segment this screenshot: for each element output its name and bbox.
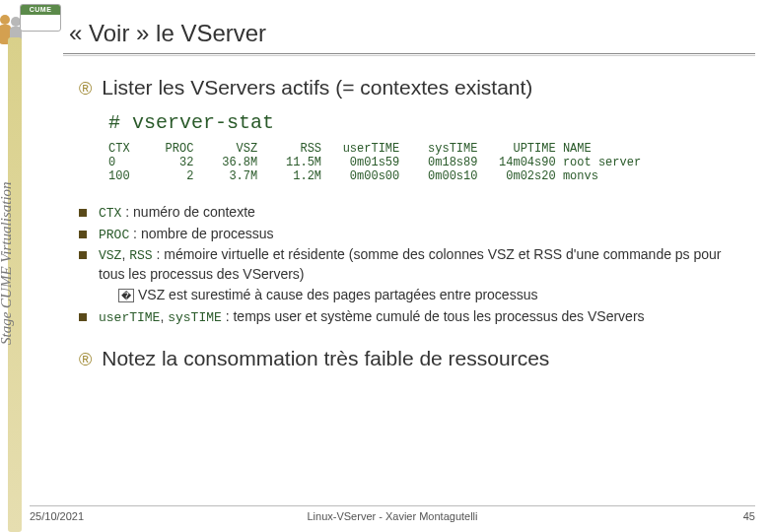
def-proc-code: PROC — [99, 228, 129, 242]
def-times-text: : temps user et système cumulé de tous l… — [222, 308, 645, 324]
def-ctx: CTX : numéro de contexte — [79, 203, 749, 223]
def-rss-code: RSS — [129, 248, 152, 263]
square-bullet-icon — [79, 231, 87, 238]
arrow-icon: ® — [79, 350, 92, 370]
logo: CUME — [20, 4, 61, 32]
square-bullet-icon — [79, 313, 87, 321]
square-bullet-icon — [79, 209, 87, 217]
def-vsz-rss-text: : mémoire virtuelle et résidente (somme … — [99, 246, 722, 282]
def-proc-text: : nombre de processus — [129, 226, 273, 241]
def-proc: PROC : nombre de processus — [79, 225, 749, 244]
def-usertime-code: userTIME — [99, 310, 160, 325]
def-vsz-code: VSZ — [99, 248, 121, 263]
def-ctx-code: CTX — [99, 206, 121, 221]
footer: 25/10/2021 Linux-VServer - Xavier Montag… — [30, 505, 755, 522]
title-divider — [63, 53, 755, 56]
arrow-icon: ® — [79, 79, 92, 100]
slide-title: « Voir » le VServer — [69, 20, 769, 51]
def-vsz-rss: VSZ, RSS : mémoire virtuelle et résident… — [79, 245, 749, 305]
svg-point-0 — [0, 15, 10, 25]
sidebar-caption: Stage CUME Virtualisation — [0, 181, 15, 345]
logo-text: CUME — [21, 5, 60, 15]
footer-page-number: 45 — [743, 510, 755, 522]
footer-date: 25/10/2021 — [30, 510, 84, 522]
command-output-table: CTX PROC VSZ RSS userTIME sysTIME UPTIME… — [108, 142, 749, 183]
def-ctx-text: : numéro de contexte — [121, 204, 254, 220]
definitions-list: CTX : numéro de contexte PROC : nombre d… — [79, 203, 749, 327]
command-line: # vserver-stat — [108, 111, 749, 134]
bullet-2: ® Notez la consommation très faible de r… — [79, 347, 769, 370]
bullet-1: ® Lister les VServers actifs (= contexte… — [79, 76, 749, 100]
bullet-2-text: Notez la consommation très faible de res… — [102, 347, 549, 370]
slide-content: « Voir » le VServer ® Lister les VServer… — [30, 0, 769, 370]
def-times: userTIME, sysTIME : temps user et systèm… — [79, 307, 749, 327]
square-bullet-icon — [79, 251, 87, 259]
sub-arrow-icon: � — [118, 289, 134, 302]
def-systime-code: sysTIME — [168, 310, 222, 325]
def-vsz-sub-text: VSZ est surestimé à cause des pages part… — [138, 287, 537, 302]
bullet-1-text: Lister les VServers actifs (= contextes … — [102, 76, 532, 100]
footer-center: Linux-VServer - Xavier Montagutelli — [307, 510, 477, 522]
def-vsz-sub: �VSZ est surestimé à cause des pages par… — [118, 286, 749, 304]
